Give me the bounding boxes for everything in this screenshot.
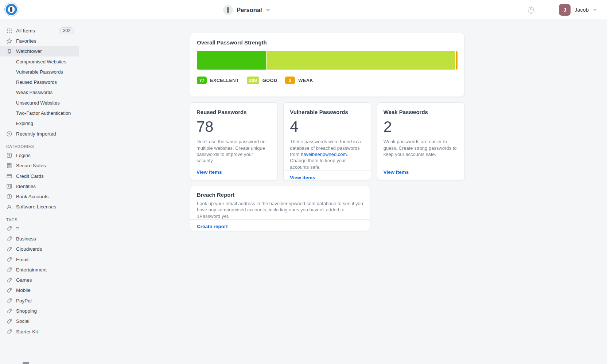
sidebar-tag-item[interactable]: PayPal bbox=[0, 295, 79, 306]
chevron-down-icon bbox=[266, 8, 270, 11]
legend-badge: 77 bbox=[197, 77, 207, 84]
legend-item-excellent: 77 EXCELLENT bbox=[197, 77, 239, 84]
stat-count: 78 bbox=[197, 118, 271, 135]
sidebar-tag-item[interactable]: Shopping bbox=[0, 306, 79, 316]
tag-label: Email bbox=[16, 257, 28, 262]
strength-legend: 77 EXCELLENT 209 GOOD 2 WEAK bbox=[197, 77, 458, 84]
sidebar-item-recently-imported[interactable]: Recently Imported bbox=[0, 129, 79, 139]
onepassword-logo-icon[interactable] bbox=[4, 3, 18, 16]
legend-item-weak: 2 WEAK bbox=[285, 77, 313, 84]
sidebar-subitem[interactable]: Expiring bbox=[0, 118, 79, 129]
login-keyhole-icon bbox=[6, 152, 12, 158]
sidebar-item-credit-cards[interactable]: Credit Cards bbox=[0, 171, 79, 181]
tag-icon bbox=[6, 318, 12, 324]
breach-report-card: Breach Report Look up your email address… bbox=[190, 186, 370, 231]
overall-strength-card: Overall Password Strength 77 EXCELLENT 2… bbox=[190, 33, 464, 97]
sidebar-tag-item[interactable]: Mobile bbox=[0, 285, 79, 295]
sidebar-tag-item[interactable]: Social bbox=[0, 316, 79, 326]
sidebar-tag-item[interactable]: □ bbox=[0, 223, 79, 234]
reused-passwords-card: Reused Passwords 78 Don’t use the same p… bbox=[190, 102, 277, 180]
watchtower-dashboard: Overall Password Strength 77 EXCELLENT 2… bbox=[79, 20, 607, 364]
top-bar: Personal 0 J Jacob bbox=[0, 0, 607, 19]
sidebar-item-label: Bank Accounts bbox=[16, 194, 48, 199]
card-title: Breach Report bbox=[197, 192, 363, 198]
sidebar-tag-item[interactable]: Games bbox=[0, 275, 79, 285]
legend-label: WEAK bbox=[298, 78, 313, 83]
stat-cards-row: Reused Passwords 78 Don’t use the same p… bbox=[190, 102, 464, 180]
stat-description: Weak passwords are easier to guess. Crea… bbox=[384, 138, 458, 157]
tag-label: PayPal bbox=[16, 298, 32, 304]
tag-icon bbox=[6, 277, 12, 283]
sidebar-item-label: Identities bbox=[16, 184, 36, 189]
strength-segment-excellent bbox=[197, 51, 266, 70]
haveibeenpwned-link[interactable]: haveibeenpwned.com bbox=[301, 152, 347, 157]
sidebar-tag-item[interactable]: Entertainment bbox=[0, 265, 79, 275]
vault-name: Personal bbox=[237, 7, 262, 13]
categories-header: CATEGORIES bbox=[6, 144, 79, 149]
sidebar-item-label: Favorites bbox=[16, 38, 36, 44]
vault-avatar-icon bbox=[223, 5, 233, 15]
sidebar-subitem[interactable]: Vulnerable Passwords bbox=[0, 67, 79, 77]
sidebar-item-label: Logins bbox=[16, 153, 31, 158]
sidebar-subitem[interactable]: Weak Passwords bbox=[0, 87, 79, 98]
item-count-badge: 302 bbox=[59, 27, 74, 34]
sidebar-item-all-items[interactable]: All Items 302 bbox=[0, 26, 79, 36]
watchtower-subitems: Compromised Websites Vulnerable Password… bbox=[0, 56, 79, 129]
sidebar-item-software-licenses[interactable]: Software Licenses bbox=[0, 202, 79, 212]
sidebar-item-favorites[interactable]: Favorites bbox=[0, 36, 79, 46]
credit-card-icon bbox=[6, 173, 12, 179]
import-clock-icon bbox=[6, 131, 12, 137]
tag-label: Starter Kit bbox=[16, 329, 38, 334]
card-footer: View items bbox=[377, 165, 464, 180]
card-title: Vulnerable Passwords bbox=[290, 109, 364, 115]
dollar-circle-icon: $ bbox=[6, 193, 12, 200]
keyhole-glyph bbox=[227, 7, 229, 13]
vault-switcher[interactable]: Personal bbox=[223, 3, 270, 17]
sidebar-item-logins[interactable]: Logins bbox=[0, 150, 79, 160]
user-menu[interactable]: J Jacob bbox=[550, 4, 607, 16]
sidebar-subitem[interactable]: Compromised Websites bbox=[0, 56, 79, 67]
user-name: Jacob bbox=[575, 7, 589, 13]
vulnerable-passwords-card: Vulnerable Passwords 4 These passwords w… bbox=[283, 102, 371, 180]
sidebar-subitem[interactable]: Reused Passwords bbox=[0, 77, 79, 87]
strength-segment-good bbox=[266, 51, 456, 70]
tag-icon bbox=[6, 329, 12, 335]
stat-description: Don’t use the same password on multiple … bbox=[197, 138, 271, 164]
strength-bar bbox=[197, 51, 458, 70]
topbar-right: 0 J Jacob bbox=[525, 0, 607, 19]
view-items-link[interactable]: View items bbox=[384, 169, 409, 175]
sidebar-item-label: Software Licenses bbox=[16, 204, 56, 210]
tag-icon bbox=[6, 267, 12, 273]
notification-count: 0 bbox=[525, 7, 537, 11]
sidebar-tag-item[interactable]: Business bbox=[0, 234, 79, 244]
note-icon bbox=[6, 163, 12, 169]
view-items-link[interactable]: View items bbox=[290, 175, 315, 180]
card-footer: Create report bbox=[190, 219, 370, 234]
grid-dots-icon bbox=[6, 28, 12, 34]
sidebar-tag-item[interactable]: Starter Kit bbox=[0, 326, 79, 337]
tag-icon bbox=[6, 246, 12, 252]
identity-card-icon bbox=[6, 183, 12, 189]
sidebar-item-label: Recently Imported bbox=[16, 131, 56, 137]
scrollbar-thumb[interactable] bbox=[23, 362, 29, 364]
sidebar-tag-item[interactable]: Email bbox=[0, 254, 79, 265]
sidebar-subitem[interactable]: Unsecured Websites bbox=[0, 98, 79, 108]
sidebar-tag-item[interactable]: Cloudwards bbox=[0, 244, 79, 254]
chevron-down-icon bbox=[593, 8, 597, 11]
tag-icon bbox=[6, 308, 12, 314]
tag-label: Games bbox=[16, 277, 32, 283]
sidebar-item-watchtower[interactable]: Watchtower bbox=[0, 46, 79, 56]
legend-label: GOOD bbox=[262, 78, 277, 83]
sidebar-item-bank-accounts[interactable]: $ Bank Accounts bbox=[0, 191, 79, 201]
card-title: Overall Password Strength bbox=[197, 39, 458, 46]
sidebar-item-secure-notes[interactable]: Secure Notes bbox=[0, 161, 79, 171]
tag-icon bbox=[6, 226, 12, 232]
tag-label: Mobile bbox=[16, 287, 31, 293]
create-report-link[interactable]: Create report bbox=[197, 224, 228, 229]
sidebar-item-label: All Items bbox=[16, 28, 35, 34]
notifications-bell-button[interactable]: 0 bbox=[525, 4, 537, 16]
sidebar-item-identities[interactable]: Identities bbox=[0, 181, 79, 191]
stat-count: 4 bbox=[290, 118, 364, 135]
view-items-link[interactable]: View items bbox=[197, 169, 222, 175]
sidebar-subitem[interactable]: Two-Factor Authentication bbox=[0, 108, 79, 118]
